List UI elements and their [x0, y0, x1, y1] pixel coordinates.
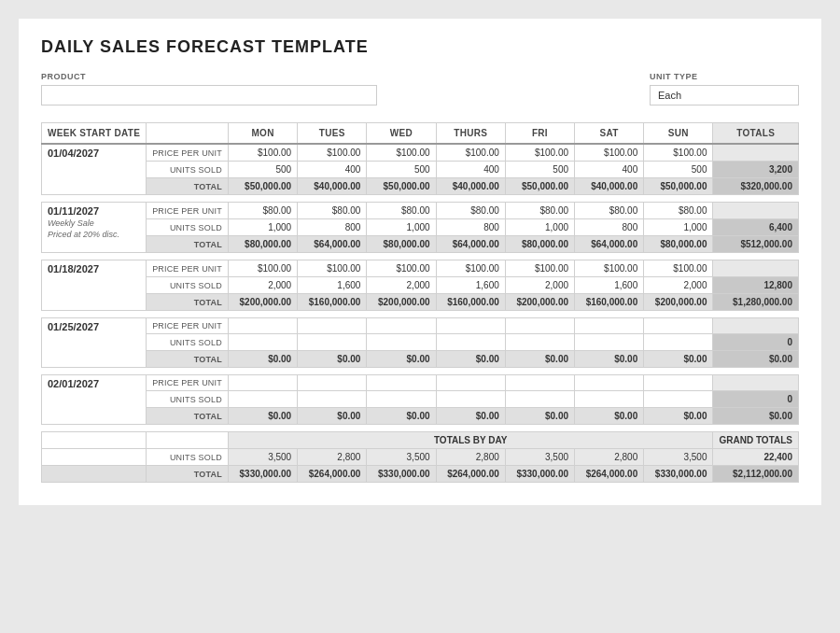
units-sold-cell [575, 391, 644, 408]
table-row: UNITS SOLD0 [42, 334, 799, 351]
section-gap [42, 195, 799, 203]
price-per-unit-cell: $80.00 [298, 203, 367, 219]
table-row: 01/25/2027PRICE PER UNIT [42, 318, 799, 334]
section-gap [42, 253, 799, 260]
units-sold-cell: 800 [298, 219, 367, 236]
price-per-unit-cell [436, 375, 505, 391]
price-totals-empty [713, 203, 799, 219]
price-per-unit-cell: $100.00 [575, 260, 644, 277]
total-cell: $50,000.00 [644, 178, 713, 195]
total-row: TOTAL$0.00$0.00$0.00$0.00$0.00$0.00$0.00… [42, 351, 799, 368]
header-sat: SAT [575, 123, 644, 145]
main-container: DAILY SALES FORECAST TEMPLATE PRODUCT UN… [19, 19, 821, 505]
units-total-cell: 3,200 [713, 162, 799, 178]
table-row: UNITS SOLD1,0008001,0008001,0008001,0006… [42, 219, 799, 236]
total-cell: $160,000.00 [436, 294, 505, 311]
table-row: 01/18/2027PRICE PER UNIT$100.00$100.00$1… [42, 260, 799, 277]
totals-units-sold-label: UNITS SOLD [147, 449, 229, 466]
price-per-unit-cell [436, 318, 505, 334]
table-row: UNITS SOLD5004005004005004005003,200 [42, 162, 799, 178]
total-cell: $160,000.00 [298, 294, 367, 311]
units-sold-cell [228, 391, 297, 408]
price-per-unit-cell: $100.00 [644, 144, 713, 162]
total-label: TOTAL [147, 178, 229, 195]
total-cell: $64,000.00 [575, 236, 644, 253]
totals-total-cell: $264,000.00 [298, 466, 367, 483]
price-per-unit-cell: $100.00 [298, 144, 367, 162]
units-sold-cell [644, 334, 713, 351]
total-cell: $200,000.00 [505, 294, 574, 311]
price-per-unit-label: PRICE PER UNIT [147, 318, 229, 334]
totals-total-cell: $330,000.00 [228, 466, 297, 483]
table-body: 01/04/2027PRICE PER UNIT$100.00$100.00$1… [42, 144, 799, 483]
total-cell: $0.00 [436, 351, 505, 368]
price-per-unit-cell: $100.00 [367, 144, 436, 162]
totals-units-sold-cell: 3,500 [505, 449, 574, 466]
header-sun: SUN [644, 123, 713, 145]
units-sold-cell: 400 [436, 162, 505, 178]
grand-total-cell: $0.00 [713, 351, 799, 368]
units-sold-cell [298, 391, 367, 408]
price-per-unit-cell: $100.00 [298, 260, 367, 277]
units-sold-cell: 1,000 [644, 219, 713, 236]
price-per-unit-cell [298, 318, 367, 334]
unit-type-field-group: UNIT TYPE [650, 72, 799, 106]
totals-section-gap [42, 425, 799, 432]
price-per-unit-cell: $100.00 [505, 260, 574, 277]
header-totals: TOTALS [713, 123, 799, 145]
total-cell: $0.00 [228, 408, 297, 425]
table-row: UNITS SOLD0 [42, 391, 799, 408]
price-totals-empty [713, 318, 799, 334]
totals-units-grand-cell: 22,400 [713, 449, 799, 466]
units-total-cell: 6,400 [713, 219, 799, 236]
total-cell: $200,000.00 [228, 294, 297, 311]
price-per-unit-cell [367, 318, 436, 334]
header-mon: MON [228, 123, 297, 145]
units-sold-cell [367, 334, 436, 351]
total-cell: $64,000.00 [298, 236, 367, 253]
units-sold-cell: 1,600 [575, 277, 644, 294]
unit-type-input[interactable] [650, 85, 799, 106]
units-sold-cell: 1,000 [367, 219, 436, 236]
total-label: TOTAL [147, 408, 229, 425]
grand-total-cell: $0.00 [713, 408, 799, 425]
main-table: WEEK START DATE MON TUES WED THURS FRI S… [41, 122, 799, 483]
product-input[interactable] [41, 85, 377, 106]
total-cell: $40,000.00 [436, 178, 505, 195]
note-cell: UNITS SOLD [147, 277, 229, 294]
top-fields: PRODUCT UNIT TYPE [41, 72, 799, 106]
units-sold-cell: 500 [644, 162, 713, 178]
units-sold-cell: 800 [436, 219, 505, 236]
totals-total-cell: $330,000.00 [505, 466, 574, 483]
price-per-unit-cell: $100.00 [575, 144, 644, 162]
header-fri: FRI [505, 123, 574, 145]
grand-total-cell: $320,000.00 [713, 178, 799, 195]
units-sold-cell [505, 334, 574, 351]
total-cell: $50,000.00 [505, 178, 574, 195]
totals-total-cell: $264,000.00 [436, 466, 505, 483]
price-per-unit-cell: $100.00 [228, 260, 297, 277]
grand-total-cell: $512,000.00 [713, 236, 799, 253]
total-cell: $0.00 [575, 408, 644, 425]
note-cell: UNITS SOLD [147, 219, 229, 236]
totals-units-sold-cell: 3,500 [644, 449, 713, 466]
table-row: 01/04/2027PRICE PER UNIT$100.00$100.00$1… [42, 144, 799, 162]
units-total-cell: 0 [713, 334, 799, 351]
totals-total-cell: $264,000.00 [575, 466, 644, 483]
units-sold-cell: 1,600 [298, 277, 367, 294]
header-thurs: THURS [436, 123, 505, 145]
grand-totals-header: GRAND TOTALS [713, 432, 799, 449]
section-gap [42, 311, 799, 318]
total-label: TOTAL [147, 351, 229, 368]
total-cell: $80,000.00 [644, 236, 713, 253]
units-sold-cell: 400 [575, 162, 644, 178]
totals-units-sold-cell: 2,800 [436, 449, 505, 466]
product-field-group: PRODUCT [41, 72, 377, 106]
week-date-cell: 01/25/2027 [42, 318, 147, 368]
header-empty-label [147, 123, 229, 145]
total-cell: $0.00 [298, 408, 367, 425]
units-sold-cell [228, 334, 297, 351]
price-per-unit-label: PRICE PER UNIT [147, 203, 229, 219]
total-cell: $80,000.00 [505, 236, 574, 253]
total-cell: $0.00 [298, 351, 367, 368]
